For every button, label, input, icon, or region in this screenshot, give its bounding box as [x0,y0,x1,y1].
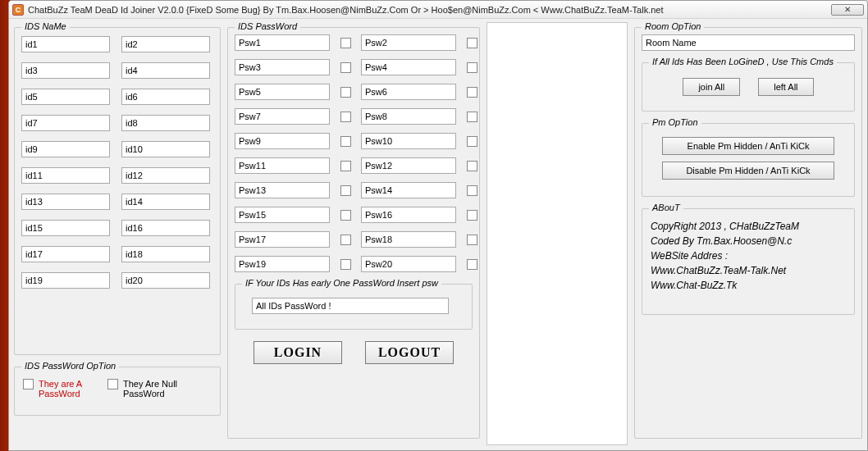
psw-checkbox-15[interactable] [340,210,351,221]
close-button[interactable]: ✕ [831,4,864,16]
pw-option-group: IDS PassWord OpTion They are A PassWord … [14,367,221,416]
psw-input-13[interactable] [235,182,330,198]
ids-password-column: IDS PassWord IF Your IDs Has early One P… [227,22,480,445]
psw-checkbox-2[interactable] [467,38,477,48]
ids-grid [21,36,213,289]
id-input-11[interactable] [21,167,110,184]
psw-input-15[interactable] [235,207,330,223]
psw-checkbox-9[interactable] [340,136,351,147]
id-input-3[interactable] [21,62,110,79]
psw-checkbox-7[interactable] [340,112,351,122]
pw-opt2-checkbox[interactable] [107,379,118,390]
room-option-legend: Room OpTion [642,21,704,31]
psw-input-10[interactable] [361,133,456,149]
room-name-input[interactable] [642,34,855,51]
id-input-14[interactable] [121,194,210,210]
pw-opt2-text: They Are Null PassWord [123,379,189,399]
room-option-group: Room OpTion If All Ids Has Been LoGineD … [634,27,862,439]
psw-input-16[interactable] [361,207,456,223]
psw-checkbox-16[interactable] [467,210,477,221]
id-input-12[interactable] [121,167,210,184]
id-input-2[interactable] [121,36,210,52]
app-window: C ChatBuZz TeaM DeaD Id Joiner V2.0.0 {F… [8,0,868,451]
logout-button[interactable]: LOGOUT [365,341,454,364]
about-line: Coded By Tm.Bax.Hoosen@N.c [651,234,846,248]
psw-checkbox-18[interactable] [467,235,477,245]
pw-opt1-label[interactable]: They are A PassWord [23,379,96,399]
pm-option-legend: Pm OpTion [649,117,701,127]
enable-pm-button[interactable]: Enable Pm Hidden / AnTi KiCk [662,137,834,155]
login-button[interactable]: LOGIN [254,341,342,364]
ids-name-group: IDS NaMe [14,27,221,355]
cmds-legend: If All Ids Has Been LoGineD , Use This C… [649,57,837,66]
psw-checkbox-14[interactable] [467,185,477,196]
psw-input-2[interactable] [361,34,456,51]
psw-input-3[interactable] [235,59,330,75]
psw-grid [235,34,473,272]
id-input-17[interactable] [21,246,110,262]
title-bar: C ChatBuZz TeaM DeaD Id Joiner V2.0.0 {F… [9,1,867,19]
pm-option-group: Pm OpTion Enable Pm Hidden / AnTi KiCk D… [642,123,855,197]
about-group: ABouT CopyRight 2013 , CHatBuZzTeaMCoded… [642,208,855,315]
empty-panel-column [487,22,628,445]
psw-input-5[interactable] [235,84,330,100]
psw-input-14[interactable] [361,182,456,198]
id-input-13[interactable] [21,194,110,210]
psw-checkbox-17[interactable] [340,235,351,245]
psw-input-8[interactable] [361,108,456,125]
id-input-16[interactable] [121,220,210,236]
id-input-20[interactable] [121,272,210,289]
psw-input-4[interactable] [361,59,456,75]
id-input-15[interactable] [21,220,110,236]
room-option-column: Room OpTion If All Ids Has Been LoGineD … [634,22,862,445]
disable-pm-button[interactable]: Disable Pm Hidden / AnTi KiCk [662,162,834,180]
psw-checkbox-1[interactable] [340,38,351,48]
id-input-7[interactable] [21,115,110,131]
id-input-4[interactable] [121,62,210,79]
psw-input-19[interactable] [235,256,330,272]
psw-checkbox-12[interactable] [467,161,477,171]
id-input-5[interactable] [21,89,110,105]
id-input-18[interactable] [121,246,210,262]
psw-checkbox-19[interactable] [340,259,351,270]
id-input-8[interactable] [121,115,210,131]
psw-input-18[interactable] [361,231,456,248]
pw-opt2-label[interactable]: They Are Null PassWord [107,379,189,399]
psw-checkbox-13[interactable] [340,185,351,196]
id-input-1[interactable] [21,36,110,52]
pw-opt1-checkbox[interactable] [23,379,34,390]
id-input-9[interactable] [21,141,110,157]
psw-input-17[interactable] [235,231,330,248]
ids-name-legend: IDS NaMe [21,21,70,31]
app-icon: C [12,4,24,16]
id-input-6[interactable] [121,89,210,105]
psw-input-12[interactable] [361,157,456,174]
psw-checkbox-3[interactable] [340,62,351,73]
about-line: WeBSite Addres : [651,248,846,263]
empty-listbox[interactable] [487,22,628,445]
join-all-button[interactable]: join All [683,78,740,96]
psw-checkbox-20[interactable] [467,259,477,270]
psw-checkbox-8[interactable] [467,112,477,122]
psw-input-11[interactable] [235,157,330,174]
ids-password-legend: IDS PassWord [235,21,300,31]
psw-checkbox-11[interactable] [340,161,351,171]
psw-checkbox-10[interactable] [467,136,477,147]
ids-name-column: IDS NaMe IDS PassWord OpTion They are A … [14,22,221,445]
psw-checkbox-4[interactable] [467,62,477,73]
id-input-10[interactable] [121,141,210,157]
psw-input-1[interactable] [235,34,330,51]
id-input-19[interactable] [21,272,110,289]
all-ids-password-input[interactable] [252,298,449,314]
about-legend: ABouT [649,203,683,212]
psw-input-6[interactable] [361,84,456,100]
left-all-button[interactable]: left All [758,78,813,96]
window-title: ChatBuZz TeaM DeaD Id Joiner V2.0.0 {Fix… [28,5,831,15]
psw-input-20[interactable] [361,256,456,272]
about-line: Www.ChatBuZz.TeaM-Talk.Net [651,263,846,278]
psw-checkbox-5[interactable] [340,87,351,98]
psw-checkbox-6[interactable] [467,87,477,98]
about-text: CopyRight 2013 , CHatBuZzTeaMCoded By Tm… [649,216,847,296]
psw-input-9[interactable] [235,133,330,149]
psw-input-7[interactable] [235,108,330,125]
